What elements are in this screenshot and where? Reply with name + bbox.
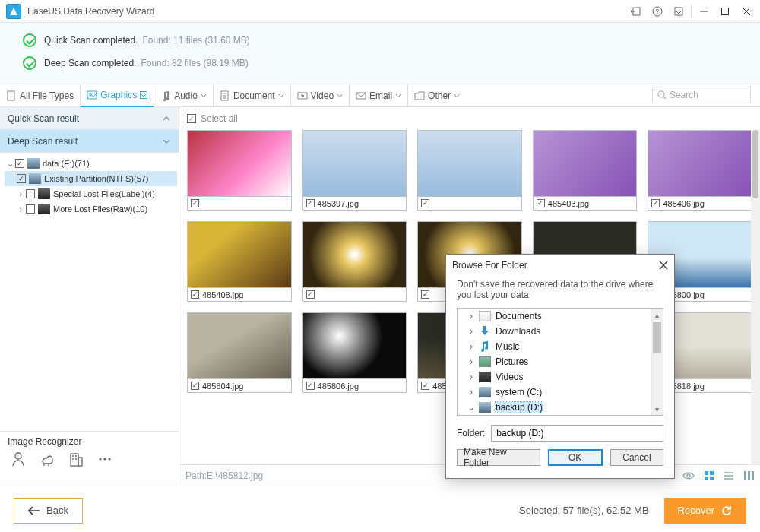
- filter-audio[interactable]: Audio: [154, 84, 213, 107]
- view-details-icon[interactable]: [743, 470, 754, 481]
- checkbox[interactable]: [537, 199, 545, 207]
- checkbox[interactable]: [15, 159, 24, 168]
- recover-button[interactable]: Recover: [664, 498, 746, 524]
- thumbnail-card[interactable]: 485806.jpg: [302, 312, 407, 393]
- thumbnail-image[interactable]: [302, 130, 407, 197]
- thumbnail-image[interactable]: [302, 312, 407, 379]
- thumbnail-image[interactable]: [302, 221, 407, 288]
- thumbnail-card[interactable]: 485408.jpg: [187, 221, 292, 302]
- ok-button[interactable]: OK: [548, 449, 603, 466]
- filter-email[interactable]: Email: [349, 84, 407, 107]
- thumbnail-image[interactable]: [187, 221, 292, 288]
- tree-node-special[interactable]: › Special Lost Files(Label)(4): [5, 186, 177, 201]
- checkbox[interactable]: [306, 382, 315, 390]
- export-icon[interactable]: [625, 1, 647, 22]
- folder-pictures[interactable]: ›Pictures: [458, 354, 663, 369]
- checkbox[interactable]: [187, 114, 196, 123]
- checkbox[interactable]: [26, 204, 35, 214]
- expand-icon[interactable]: ›: [17, 189, 24, 198]
- maximize-button[interactable]: [714, 1, 736, 22]
- minimize-button[interactable]: [693, 1, 714, 22]
- checkbox[interactable]: [26, 189, 35, 198]
- thumbnail-image[interactable]: [187, 312, 292, 379]
- thumbnail-caption[interactable]: 485403.jpg: [533, 197, 638, 211]
- thumbnail-filename: 485804.jpg: [202, 382, 243, 391]
- filter-video[interactable]: Video: [290, 84, 349, 107]
- recognizer-label: Image Recognizer: [8, 436, 171, 447]
- tree-node-existing[interactable]: Existing Partition(NTFS)(57): [5, 171, 177, 186]
- dialog-scrollbar[interactable]: ▴ ▾: [651, 309, 663, 415]
- folder-input[interactable]: [491, 425, 663, 442]
- cancel-button[interactable]: Cancel: [610, 449, 663, 466]
- thumbnail-caption[interactable]: 485804.jpg: [187, 379, 292, 393]
- back-button[interactable]: Back: [14, 498, 83, 524]
- view-grid-icon[interactable]: [704, 470, 714, 481]
- deep-scan-status: Deep Scan completed. Found: 82 files (98…: [0, 52, 760, 74]
- thumbnail-caption[interactable]: 485806.jpg: [302, 379, 407, 393]
- help-icon[interactable]: ?: [647, 1, 668, 22]
- animal-icon[interactable]: [40, 451, 55, 467]
- thumbnail-card[interactable]: [187, 130, 292, 211]
- checkbox[interactable]: [191, 199, 199, 207]
- thumbnail-card[interactable]: 485403.jpg: [533, 130, 638, 211]
- checkbox[interactable]: [421, 199, 429, 207]
- folder-documents[interactable]: ›Documents: [458, 309, 663, 324]
- expand-icon[interactable]: ›: [17, 204, 24, 214]
- thumbnail-caption[interactable]: 485397.jpg: [302, 197, 407, 211]
- folder-system[interactable]: ›system (C:): [458, 385, 663, 400]
- thumbnail-image[interactable]: [187, 130, 292, 197]
- checkbox[interactable]: [306, 290, 315, 299]
- filter-document[interactable]: Document: [213, 84, 290, 107]
- thumbnail-caption[interactable]: 485408.jpg: [187, 288, 292, 302]
- person-icon[interactable]: [11, 451, 26, 467]
- checkbox[interactable]: [191, 290, 199, 299]
- thumbnail-caption[interactable]: [302, 288, 407, 302]
- quick-scan-section[interactable]: Quick Scan result: [0, 107, 179, 130]
- thumbnail-image[interactable]: [417, 130, 522, 197]
- tree-node-root[interactable]: ⌄ data (E:)(71): [5, 156, 177, 171]
- thumbnail-image[interactable]: [648, 130, 752, 197]
- thumbnail-image[interactable]: [533, 130, 638, 197]
- folder-downloads[interactable]: ›Downloads: [458, 324, 663, 339]
- building-icon[interactable]: [68, 451, 84, 467]
- preview-icon[interactable]: [682, 470, 695, 482]
- checkbox[interactable]: [421, 290, 429, 299]
- filter-graphics[interactable]: Graphics: [80, 84, 154, 107]
- close-icon[interactable]: [659, 261, 668, 270]
- thumbnail-caption[interactable]: [417, 197, 522, 211]
- deep-scan-section[interactable]: Deep Scan result: [0, 130, 179, 153]
- thumbnail-card[interactable]: 485406.jpg: [648, 130, 752, 211]
- menu-icon[interactable]: [668, 1, 689, 22]
- checkbox[interactable]: [421, 382, 429, 390]
- search-input[interactable]: Search: [652, 87, 751, 103]
- thumbnail-card[interactable]: [302, 221, 407, 302]
- thumbnail-caption[interactable]: 485406.jpg: [648, 197, 752, 211]
- scroll-up-icon[interactable]: ▴: [651, 309, 663, 321]
- folder-backup[interactable]: ⌄backup (D:): [458, 400, 663, 415]
- thumbnail-card[interactable]: [417, 130, 522, 211]
- path-text: Path:E:\485812.jpg: [185, 470, 263, 481]
- folder-music[interactable]: ›Music: [458, 339, 663, 354]
- checkbox[interactable]: [17, 174, 26, 183]
- filter-other[interactable]: Other: [407, 84, 466, 107]
- thumbnail-card[interactable]: 485397.jpg: [302, 130, 407, 211]
- more-icon[interactable]: [97, 451, 112, 467]
- vertical-scrollbar[interactable]: [751, 130, 760, 464]
- svg-point-29: [99, 458, 101, 460]
- collapse-icon[interactable]: ⌄: [6, 159, 14, 169]
- folder-tree: ⌄ data (E:)(71) Existing Partition(NTFS)…: [0, 153, 179, 431]
- thumbnail-caption[interactable]: [187, 197, 292, 211]
- close-button[interactable]: [736, 1, 757, 22]
- make-new-folder-button[interactable]: Make New Folder: [457, 449, 540, 466]
- checkbox[interactable]: [191, 382, 199, 390]
- thumbnail-card[interactable]: 485804.jpg: [187, 312, 292, 393]
- svg-rect-33: [705, 471, 708, 475]
- checkbox[interactable]: [651, 199, 660, 207]
- filter-all[interactable]: All File Types: [0, 84, 80, 107]
- select-all[interactable]: Select all: [179, 107, 760, 130]
- tree-node-more[interactable]: › More Lost Files(Raw)(10): [5, 201, 177, 217]
- view-list-icon[interactable]: [724, 470, 734, 481]
- folder-videos[interactable]: ›Videos: [458, 369, 663, 385]
- checkbox[interactable]: [306, 199, 315, 207]
- scroll-down-icon[interactable]: ▾: [651, 403, 663, 415]
